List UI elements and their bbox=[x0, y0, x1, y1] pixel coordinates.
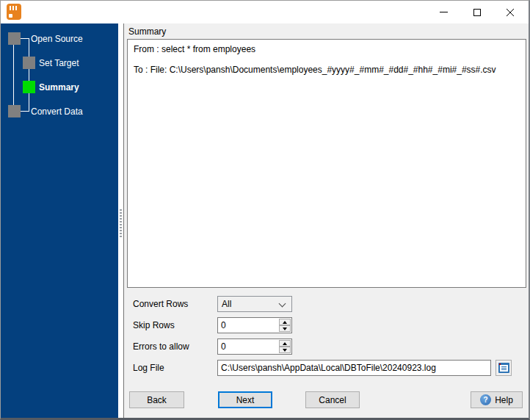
convert-rows-label: Convert Rows bbox=[133, 299, 188, 309]
arrow-up-icon bbox=[283, 342, 287, 345]
arrow-down-icon bbox=[283, 349, 287, 352]
minimize-button[interactable] bbox=[427, 1, 460, 23]
step-marker-open-source bbox=[8, 32, 21, 45]
title-bar bbox=[1, 1, 529, 23]
summary-to-line: To : File: C:\Users\pansh\Documents\empl… bbox=[134, 65, 520, 75]
spin-up-button[interactable] bbox=[279, 319, 291, 325]
spin-down-button[interactable] bbox=[279, 325, 291, 332]
sidebar-splitter[interactable] bbox=[118, 23, 123, 418]
spin-down-button[interactable] bbox=[279, 347, 291, 353]
help-button[interactable]: ? Help bbox=[471, 391, 523, 408]
wizard-window: Open Source Set Target Summary Convert D… bbox=[0, 0, 530, 420]
step-marker-convert-data bbox=[8, 105, 21, 117]
close-button[interactable] bbox=[493, 1, 526, 23]
back-button-label: Back bbox=[147, 395, 167, 405]
panel-title: Summary bbox=[128, 26, 166, 37]
log-file-label: Log File bbox=[133, 363, 164, 373]
summary-panel: Summary From : select * from employees T… bbox=[123, 23, 529, 418]
step-connector-line bbox=[29, 38, 29, 111]
convert-rows-dropdown[interactable]: All bbox=[217, 296, 292, 312]
next-button-label: Next bbox=[236, 395, 255, 405]
skip-rows-spinner bbox=[217, 317, 292, 333]
errors-to-allow-spinner bbox=[217, 338, 292, 355]
summary-gap bbox=[134, 54, 520, 65]
view-log-button[interactable] bbox=[495, 360, 512, 376]
close-icon bbox=[506, 8, 515, 17]
help-button-label: Help bbox=[495, 395, 513, 405]
app-icon-chip bbox=[9, 14, 12, 18]
back-button[interactable]: Back bbox=[129, 391, 184, 408]
window-controls bbox=[427, 1, 526, 23]
help-question-icon: ? bbox=[480, 394, 491, 405]
sidebar-step-convert-data: Convert Data bbox=[31, 106, 83, 117]
convert-rows-value: All bbox=[222, 299, 231, 309]
minimize-icon bbox=[440, 12, 448, 12]
wizard-steps-sidebar: Open Source Set Target Summary Convert D… bbox=[1, 23, 118, 418]
log-file-input[interactable] bbox=[217, 360, 491, 376]
skip-rows-spin-buttons bbox=[279, 319, 291, 332]
step-marker-set-target bbox=[23, 57, 35, 69]
step-connector-line bbox=[13, 38, 14, 111]
chevron-down-icon bbox=[279, 300, 286, 308]
spin-up-button[interactable] bbox=[279, 340, 291, 347]
app-icon-bars bbox=[10, 6, 18, 10]
log-file-icon bbox=[498, 363, 509, 373]
arrow-up-icon bbox=[283, 321, 287, 324]
skip-rows-label: Skip Rows bbox=[133, 320, 175, 330]
step-marker-summary-active bbox=[23, 81, 35, 93]
cancel-button-label: Cancel bbox=[319, 395, 346, 405]
splitter-grip-icon bbox=[120, 209, 122, 237]
maximize-icon bbox=[473, 9, 481, 16]
arrow-down-icon bbox=[283, 327, 287, 330]
maximize-button[interactable] bbox=[460, 1, 493, 23]
app-icon bbox=[7, 4, 21, 20]
errors-spin-buttons bbox=[279, 340, 291, 353]
cancel-button[interactable]: Cancel bbox=[305, 391, 360, 408]
sidebar-step-summary: Summary bbox=[39, 82, 79, 93]
summary-textbox[interactable]: From : select * from employees To : File… bbox=[127, 39, 526, 288]
sidebar-step-set-target: Set Target bbox=[39, 58, 79, 68]
summary-from-line: From : select * from employees bbox=[134, 44, 520, 54]
next-button[interactable]: Next bbox=[218, 391, 272, 408]
sidebar-step-open-source: Open Source bbox=[31, 34, 83, 44]
errors-to-allow-label: Errors to allow bbox=[133, 341, 189, 352]
